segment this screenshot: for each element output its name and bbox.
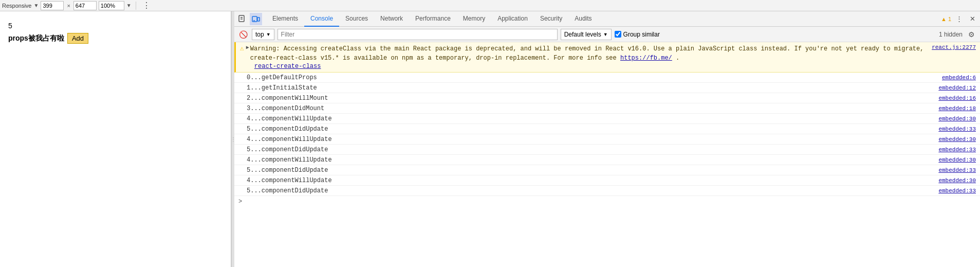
responsive-dropdown-icon[interactable]: ▼ (33, 3, 39, 8)
tab-security[interactable]: Security (534, 11, 568, 27)
group-similar-text: Group similar (623, 31, 660, 38)
log-text: 5...componentDidUpdate (238, 126, 934, 133)
log-source[interactable]: embedded:33 (938, 188, 976, 194)
viewport-height-input[interactable] (73, 1, 97, 10)
levels-label: Default levels (564, 31, 601, 38)
console-settings-btn[interactable]: ⚙ (966, 29, 977, 40)
main-layout: 5 props被我占有啦 Add ⋮ (0, 11, 980, 267)
tab-console[interactable]: Console (304, 11, 339, 27)
more-toolbar-btn[interactable]: ⋮ (140, 0, 153, 12)
zoom-dropdown-icon[interactable]: ▼ (126, 3, 132, 8)
warning-expand-btn[interactable]: ▶ (246, 44, 249, 50)
warning-icon: ⚠ (240, 44, 244, 70)
preview-text-label: props被我占有啦 (8, 34, 64, 43)
list-item: 4...componentWillUpdate embedded:30 (234, 175, 980, 186)
console-toolbar: 🚫 top ▼ Default levels ▼ Group similar 1… (234, 27, 980, 42)
console-prompt-row: > (234, 196, 980, 207)
log-source[interactable]: embedded:33 (938, 126, 976, 132)
filter-input[interactable] (278, 29, 558, 40)
warning-row: ▶ Warning: Accessing createClass via the… (246, 44, 976, 63)
tab-sources[interactable]: Sources (339, 11, 374, 27)
warning-link1[interactable]: https://fb.me/ (620, 55, 672, 62)
warning-content: ▶ Warning: Accessing createClass via the… (246, 44, 976, 70)
level-selector[interactable]: Default levels ▼ (561, 29, 612, 40)
viewport-width-input[interactable] (41, 1, 64, 10)
warning-message: ⚠ ▶ Warning: Accessing createClass via t… (234, 42, 980, 73)
tab-network[interactable]: Network (374, 11, 409, 27)
log-source[interactable]: embedded:18 (938, 105, 976, 112)
list-item: 5...componentDidUpdate embedded:33 (234, 145, 980, 155)
x-separator: × (67, 3, 70, 9)
preview-content: 5 props被我占有啦 Add (0, 11, 231, 267)
preview-text: props被我占有啦 Add (8, 33, 223, 44)
log-text: 4...componentWillUpdate (238, 177, 934, 184)
warning-link2[interactable]: react-create-class (254, 63, 321, 70)
list-item: 3...componentDidMount embedded:18 (234, 103, 980, 114)
warning-text: Warning: Accessing createClass via the m… (250, 44, 932, 63)
more-options-btn[interactable]: ⋮ (953, 13, 965, 25)
log-text: 4...componentWillUpdate (238, 115, 934, 122)
group-similar-label[interactable]: Group similar (615, 31, 660, 38)
context-selector[interactable]: top ▼ (252, 29, 274, 40)
toggle-device-btn[interactable] (250, 13, 262, 25)
log-source[interactable]: embedded:30 (938, 177, 976, 184)
clear-console-btn[interactable]: 🚫 (237, 29, 249, 40)
list-item: 5...componentDidUpdate embedded:33 (234, 186, 980, 196)
log-text: 1...getInitialState (238, 84, 934, 92)
svg-rect-0 (239, 15, 244, 22)
warning-badge: ▲ 1 (941, 16, 951, 22)
context-value: top (255, 31, 264, 38)
hidden-count: 1 hidden (939, 31, 963, 38)
log-text: 3...componentDidMount (238, 105, 934, 112)
responsive-label: Responsive (2, 3, 31, 9)
preview-number: 5 (8, 22, 223, 30)
list-item: 4...componentWillUpdate embedded:30 (234, 114, 980, 124)
close-devtools-btn[interactable]: ✕ (967, 13, 978, 25)
add-button[interactable]: Add (67, 33, 88, 44)
log-source[interactable]: embedded:16 (938, 95, 976, 101)
devtools-panel: Elements Console Sources Network Perform… (234, 11, 980, 267)
inspect-element-btn[interactable] (236, 13, 249, 25)
list-item: 1...getInitialState embedded:12 (234, 83, 980, 93)
list-item: 4...componentWillUpdate embedded:30 (234, 134, 980, 145)
svg-rect-4 (257, 17, 260, 21)
log-text: 0...getDefaultProps (238, 74, 938, 81)
devtools-tab-bar: Elements Console Sources Network Perform… (234, 11, 980, 27)
log-source[interactable]: embedded:33 (938, 147, 976, 153)
log-source[interactable]: embedded:33 (938, 167, 976, 173)
log-source[interactable]: embedded:30 (938, 136, 976, 143)
log-text: 4...componentWillUpdate (238, 156, 934, 164)
list-item: 5...componentDidUpdate embedded:33 (234, 124, 980, 134)
tab-elements[interactable]: Elements (266, 11, 304, 27)
console-messages[interactable]: ⚠ ▶ Warning: Accessing createClass via t… (234, 42, 980, 267)
zoom-input[interactable] (99, 1, 124, 10)
prompt-symbol: > (238, 198, 242, 205)
log-source[interactable]: embedded:6 (942, 75, 976, 81)
devtools-icon-buttons (236, 13, 262, 25)
tab-audits[interactable]: Audits (568, 11, 598, 27)
warning-source[interactable]: react.js:2277 (932, 44, 976, 50)
log-source[interactable]: embedded:30 (938, 116, 976, 122)
devtools-tab-actions: ▲ 1 ⋮ ✕ (941, 13, 978, 25)
toolbar-separator (136, 2, 136, 10)
list-item: 4...componentWillUpdate embedded:30 (234, 155, 980, 165)
warning-extra-link-row: react-create-class (246, 63, 976, 70)
top-toolbar: Responsive ▼ × ▼ ⋮ (0, 0, 980, 11)
levels-dropdown-icon: ▼ (603, 32, 608, 37)
tab-performance[interactable]: Performance (409, 11, 457, 27)
list-item: 0...getDefaultProps embedded:6 (234, 73, 980, 83)
list-item: 5...componentDidUpdate embedded:33 (234, 165, 980, 175)
tab-memory[interactable]: Memory (457, 11, 491, 27)
preview-panel: 5 props被我占有啦 Add (0, 11, 231, 267)
group-similar-checkbox[interactable] (615, 31, 621, 38)
log-text: 5...componentDidUpdate (238, 167, 934, 174)
log-text: 5...componentDidUpdate (238, 146, 934, 153)
log-source[interactable]: embedded:12 (938, 85, 976, 91)
log-text: 5...componentDidUpdate (238, 187, 934, 194)
log-text: 2...componentWillMount (238, 95, 934, 102)
context-dropdown-icon: ▼ (266, 32, 271, 37)
log-text: 4...componentWillUpdate (238, 136, 934, 143)
tab-application[interactable]: Application (491, 11, 534, 27)
list-item: 2...componentWillMount embedded:16 (234, 93, 980, 103)
log-source[interactable]: embedded:30 (938, 157, 976, 163)
